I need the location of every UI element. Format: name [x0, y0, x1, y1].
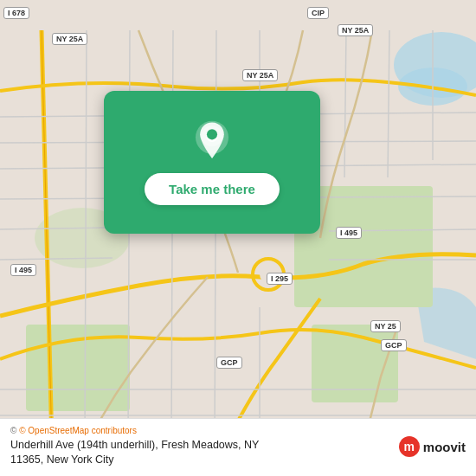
- label-i495-left: I 495: [10, 264, 36, 276]
- label-i678: I 678: [3, 7, 29, 19]
- label-gcp-left: GCP: [216, 357, 242, 369]
- label-i495-right: I 495: [336, 227, 362, 239]
- address-line1: Underhill Ave (194th underhill), Fresh M…: [10, 439, 259, 451]
- map-svg: [0, 0, 476, 476]
- location-pin-icon: [190, 119, 235, 164]
- moovit-icon: m: [399, 436, 420, 457]
- bottom-info: © © OpenStreetMap contributors Underhill…: [10, 426, 259, 467]
- moovit-wordmark: moovit: [423, 440, 466, 454]
- osm-link[interactable]: © OpenStreetMap contributors: [19, 426, 137, 435]
- address: Underhill Ave (194th underhill), Fresh M…: [10, 438, 259, 467]
- label-gcp-right: GCP: [381, 339, 407, 351]
- svg-point-33: [207, 129, 217, 139]
- address-line2: 11365, New York City: [10, 453, 114, 466]
- osm-attribution: © © OpenStreetMap contributors: [10, 426, 259, 435]
- label-ny25: NY 25: [370, 320, 401, 332]
- moovit-logo: m moovit: [399, 436, 466, 457]
- label-cip: CIP: [307, 7, 329, 19]
- label-ny25a-mid: NY 25A: [242, 69, 278, 81]
- label-i295: I 295: [267, 273, 293, 285]
- bottom-bar: © © OpenStreetMap contributors Underhill…: [0, 418, 476, 476]
- label-ny25a-topleft: NY 25A: [52, 33, 87, 45]
- map-background: [0, 0, 476, 476]
- osm-copyright: ©: [10, 426, 19, 435]
- location-card: Take me there: [104, 91, 320, 234]
- take-me-there-button[interactable]: Take me there: [145, 173, 280, 205]
- label-ny25a-topright: NY 25A: [338, 24, 373, 36]
- map-container: I 678 NY 25A NY 25A NY 25A NY 25 I 495 I…: [0, 0, 476, 476]
